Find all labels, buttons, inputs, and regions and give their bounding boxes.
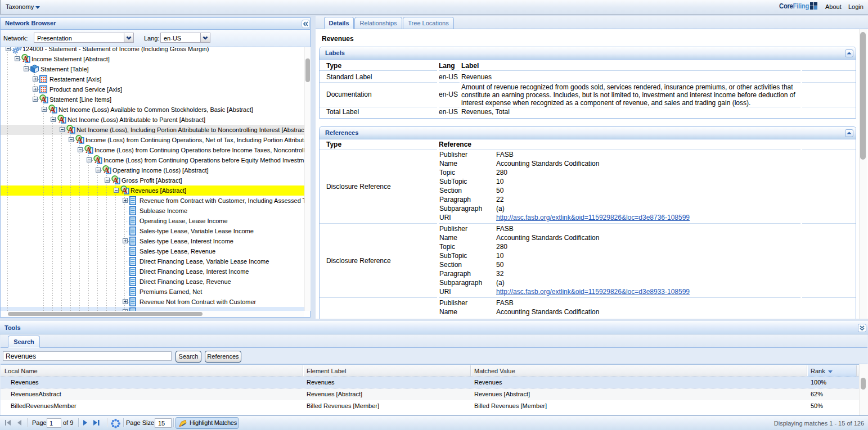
svg-text:A: A (23, 55, 29, 64)
svg-text:A: A (41, 95, 47, 104)
svg-text:A: A (104, 166, 110, 175)
svg-text:A: A (122, 186, 128, 195)
svg-text:A: A (59, 115, 65, 124)
svg-text:A: A (113, 176, 119, 185)
svg-text:A: A (50, 105, 56, 114)
svg-text:A: A (95, 156, 101, 165)
svg-text:A: A (86, 146, 92, 155)
svg-text:A: A (77, 135, 83, 144)
svg-text:A: A (68, 125, 74, 134)
